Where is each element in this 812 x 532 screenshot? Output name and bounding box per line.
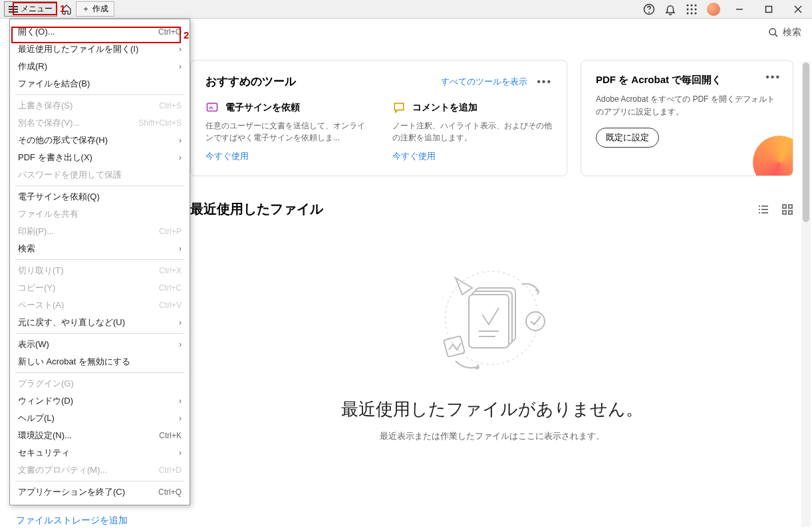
chevron-right-icon: › [179, 414, 182, 423]
svg-rect-26 [783, 211, 786, 214]
svg-point-8 [687, 12, 689, 14]
svg-point-3 [691, 4, 693, 6]
empty-subtitle: 最近表示または作業したファイルはここに表示されます。 [190, 430, 793, 442]
svg-point-1 [649, 12, 650, 13]
tools-title: おすすめのツール [205, 74, 296, 89]
esign-icon [205, 101, 219, 114]
menu-item-create[interactable]: 作成(R)› [10, 58, 190, 75]
chevron-right-icon: › [179, 45, 182, 54]
chevron-right-icon: › [179, 318, 182, 327]
svg-point-7 [695, 8, 697, 10]
main-menu-dropdown: 開く(O)...Ctrl+O 最近使用したファイルを開く(I)› 作成(R)› … [9, 19, 190, 505]
promo-set-default-button[interactable]: 既定に設定 [596, 128, 659, 148]
svg-rect-25 [789, 205, 792, 208]
tool-esign: 電子サインを依頼 任意のユーザーに文書を送信して、オンラインですばやく電子サイン… [205, 101, 366, 162]
window-minimize-button[interactable] [730, 3, 749, 16]
menu-item-export-pdf[interactable]: PDF を書き出し(X)› [10, 149, 190, 166]
menu-item-cut: 切り取り(T)Ctrl+X [10, 262, 190, 279]
chevron-right-icon: › [179, 448, 182, 458]
menu-item-share: ファイルを共有 [10, 205, 190, 223]
help-icon[interactable] [643, 3, 655, 15]
window-close-button[interactable] [788, 3, 808, 16]
menu-item-search[interactable]: 検索› [10, 240, 190, 257]
svg-rect-12 [766, 6, 772, 12]
menu-item-disable-new-acrobat[interactable]: 新しい Acrobat を無効にする [10, 353, 190, 370]
svg-point-33 [526, 312, 545, 331]
empty-title: 最近使用したファイルがありません。 [190, 398, 793, 421]
tool-esign-name: 電子サインを依頼 [225, 102, 300, 114]
title-bar: メニュー ＋ 作成 [0, 0, 812, 19]
menu-item-plugins: プラグイン(G) [10, 375, 190, 392]
tool-esign-use-link[interactable]: 今すぐ使用 [205, 150, 366, 162]
menu-item-quit[interactable]: アプリケーションを終了(C)Ctrl+Q [10, 483, 190, 501]
chevron-right-icon: › [179, 136, 182, 145]
empty-illustration [419, 258, 565, 378]
grid-view-icon[interactable] [781, 203, 793, 215]
svg-rect-30 [469, 295, 509, 348]
menu-item-copy: コピー(Y)Ctrl+C [10, 279, 190, 297]
tool-comment: コメントを追加 ノート注釈、ハイライト表示、およびその他の注釈を追加します。 今… [392, 101, 553, 162]
tool-comment-use-link[interactable]: 今すぐ使用 [392, 150, 553, 162]
search-icon [768, 27, 779, 38]
recent-title: 最近使用したファイル [190, 200, 323, 218]
menu-item-esign[interactable]: 電子サインを依頼(Q) [10, 188, 190, 205]
scrollbar-thumb[interactable] [803, 63, 809, 222]
menu-item-combine[interactable]: ファイルを結合(B) [10, 75, 190, 92]
search-button[interactable]: 検索 [768, 27, 801, 39]
menu-item-save-other[interactable]: その他の形式で保存(H)› [10, 132, 190, 149]
promo-desc: Adobe Acrobat をすべての PDF を開くデフォルトのアプリに設定し… [596, 93, 778, 118]
menu-item-doc-properties: 文書のプロパティ(M)...Ctrl+D [10, 462, 190, 479]
promo-title: PDF を Acrobat で毎回開く [596, 74, 778, 86]
tool-esign-desc: 任意のユーザーに文書を送信して、オンラインですばやく電子サインを依頼しま... [205, 120, 366, 144]
tool-comment-desc: ノート注釈、ハイライト表示、およびその他の注釈を追加します。 [392, 120, 553, 144]
apps-grid-icon[interactable] [686, 3, 698, 15]
menu-item-security[interactable]: セキュリティ› [10, 444, 190, 462]
list-view-icon[interactable] [757, 203, 769, 215]
svg-point-6 [691, 8, 693, 10]
show-all-tools-link[interactable]: すべてのツールを表示 [441, 76, 527, 88]
menu-item-view[interactable]: 表示(W)› [10, 336, 190, 353]
promo-decoration [753, 136, 793, 176]
promo-more-icon[interactable]: ••• [765, 71, 781, 83]
chevron-right-icon: › [179, 396, 182, 406]
menu-button-label: メニュー [21, 3, 53, 15]
add-file-storage-link[interactable]: ファイルストレージを追加 [16, 515, 128, 527]
svg-line-16 [775, 34, 777, 37]
plus-icon: ＋ [82, 3, 90, 15]
main-content: おすすめのツール すべてのツールを表示 ••• 電子サインを依頼 任意のユーザー… [190, 60, 793, 532]
menu-item-open[interactable]: 開く(O)...Ctrl+O [10, 23, 190, 41]
promo-card: ••• PDF を Acrobat で毎回開く Adobe Acrobat をす… [581, 60, 793, 176]
svg-point-5 [687, 8, 689, 10]
menu-item-undo-redo[interactable]: 元に戻す、やり直しなど(U)› [10, 314, 190, 331]
svg-rect-27 [789, 211, 792, 214]
svg-point-9 [691, 12, 693, 14]
bell-icon[interactable] [664, 3, 676, 15]
menu-item-preferences[interactable]: 環境設定(N)...Ctrl+K [10, 427, 190, 444]
tools-more-icon[interactable]: ••• [537, 76, 552, 88]
menu-item-paste: ペースト(A)Ctrl+V [10, 297, 190, 314]
chevron-right-icon: › [179, 244, 182, 253]
menu-item-password-protect: パスワードを使用して保護 [10, 166, 190, 184]
create-button-label: 作成 [92, 3, 108, 15]
menu-item-window[interactable]: ウィンドウ(D)› [10, 392, 190, 410]
search-label: 検索 [783, 27, 801, 39]
svg-rect-24 [783, 205, 786, 208]
recommended-tools-card: おすすめのツール すべてのツールを表示 ••• 電子サインを依頼 任意のユーザー… [190, 60, 567, 176]
window-maximize-button[interactable] [759, 3, 779, 16]
menu-button[interactable]: メニュー [4, 1, 57, 17]
menu-item-help[interactable]: ヘルプ(L)› [10, 410, 190, 427]
menu-item-print: 印刷(P)...Ctrl+P [10, 223, 190, 240]
svg-point-10 [695, 12, 697, 14]
svg-point-4 [695, 4, 697, 6]
hamburger-icon [9, 6, 18, 13]
menu-item-save: 上書き保存(S)Ctrl+S [10, 97, 190, 114]
avatar[interactable] [707, 3, 720, 16]
scrollbar[interactable] [801, 61, 811, 527]
chevron-right-icon: › [179, 153, 182, 162]
menu-item-recent-files[interactable]: 最近使用したファイルを開く(I)› [10, 41, 190, 58]
recent-files-section: 最近使用したファイル [190, 200, 793, 442]
comment-icon [392, 101, 406, 114]
annotation-label-1: 1 [60, 3, 65, 14]
create-button[interactable]: ＋ 作成 [76, 1, 114, 17]
svg-point-15 [769, 29, 775, 35]
